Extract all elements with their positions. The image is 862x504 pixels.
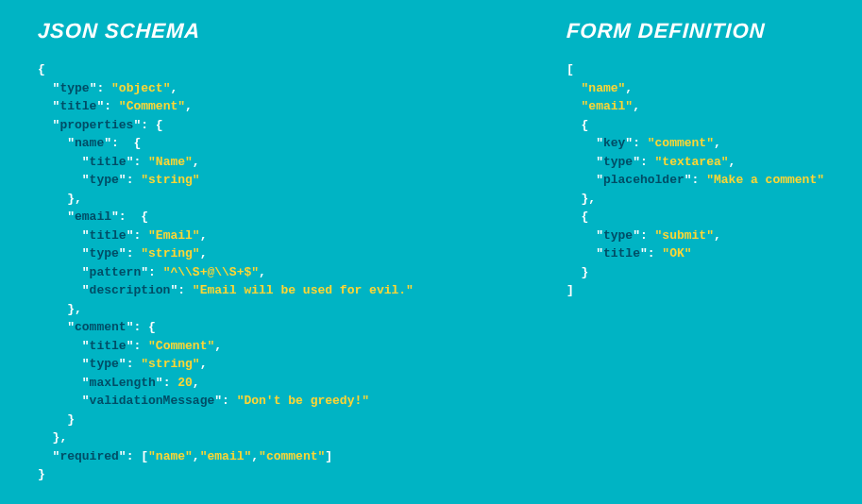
form-definition-code: [ "name", "email", { "key": "comment", "…	[566, 60, 824, 300]
slide-container: JSON SCHEMA { "type": "object", "title":…	[0, 0, 862, 503]
json-schema-column: JSON SCHEMA { "type": "object", "title":…	[38, 19, 566, 484]
json-schema-code: { "type": "object", "title": "Comment", …	[38, 60, 566, 484]
json-schema-heading: JSON SCHEMA	[37, 19, 566, 43]
form-definition-column: FORM DEFINITION [ "name", "email", { "ke…	[566, 19, 824, 484]
form-definition-heading: FORM DEFINITION	[566, 19, 824, 43]
